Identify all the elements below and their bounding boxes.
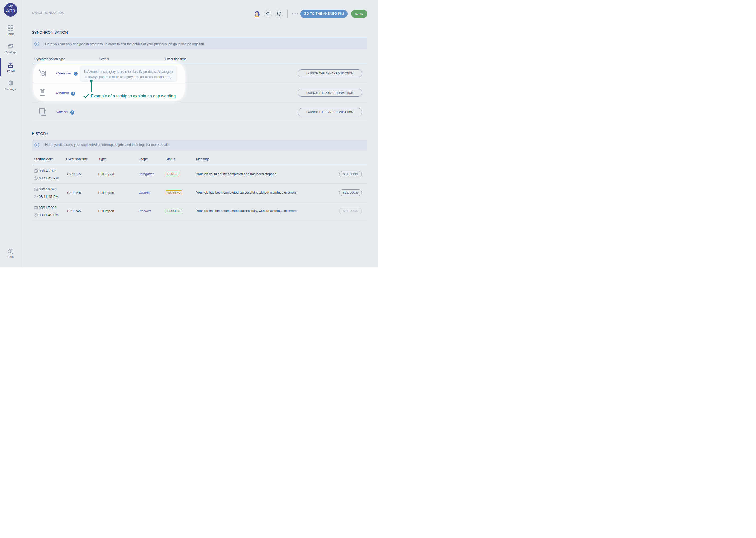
- svg-text:i: i: [36, 42, 37, 46]
- svg-text:i: i: [36, 143, 37, 147]
- svg-text:?: ?: [10, 249, 12, 253]
